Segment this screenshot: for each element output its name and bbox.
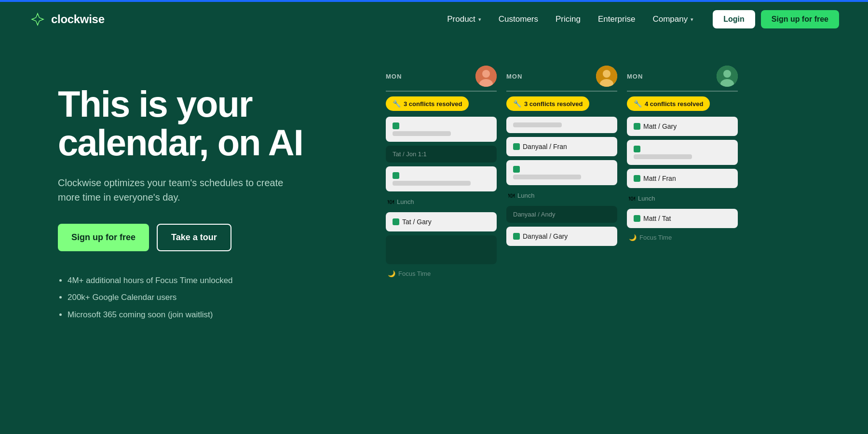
wrench-icon-1: 🔧: [393, 100, 401, 108]
event-danyaal-fran: Danyaal / Fran: [506, 137, 617, 156]
event-matt-tat: Matt / Tat: [627, 209, 738, 228]
nav-customers[interactable]: Customers: [499, 14, 538, 24]
focus-icon-1: 🌙: [388, 270, 395, 277]
event-dot-6: [513, 233, 520, 240]
event-dot-10: [634, 215, 640, 222]
event-dot-4: [513, 143, 520, 150]
hero-right: MON 🔧 3 conflicts resolved: [357, 56, 820, 279]
lunch-icon-2: 🍽: [508, 192, 515, 199]
avatar-face-1: [475, 66, 497, 87]
event-dot-8: [634, 146, 640, 152]
nav-product[interactable]: Product ▾: [447, 14, 481, 24]
event-bar-3: [506, 160, 617, 185]
avatar-face-3: [717, 66, 738, 87]
focus-icon-3: 🌙: [629, 234, 637, 241]
conflict-badge-1: 🔧 3 conflicts resolved: [386, 96, 469, 111]
lunch-row-1: 🍽 Lunch: [386, 195, 497, 208]
event-bar-1: [386, 117, 497, 142]
lunch-row-3: 🍽 Lunch: [627, 192, 738, 205]
event-danyaal-andy: Danyaal / Andy: [506, 206, 617, 223]
calendar-col-2: MON 🔧 3 conflicts resolved: [506, 66, 617, 246]
event-dot-2: [393, 172, 399, 179]
event-danyaal-gary: Danyaal / Gary: [506, 227, 617, 246]
stat-focus-time: 4M+ additional hours of Focus Time unloc…: [68, 274, 357, 287]
wrench-icon-2: 🔧: [513, 100, 521, 108]
conflict-badge-2: 🔧 3 conflicts resolved: [506, 96, 589, 111]
event-bar-only: [506, 117, 617, 133]
hero-subtitle: Clockwise optimizes your team's schedule…: [58, 176, 299, 204]
cal-header-3: MON: [627, 66, 738, 92]
event-dot-7: [634, 123, 640, 130]
event-tat-jon: Tat / Jon 1:1: [386, 146, 497, 163]
logo-icon: [29, 11, 46, 28]
navbar: clockwise Product ▾ Customers Pricing En…: [0, 2, 868, 37]
focus-row-3: 🌙 Focus Time: [627, 232, 738, 243]
svg-point-1: [482, 70, 490, 78]
cal-header-2: MON: [506, 66, 617, 92]
spacer-1: [386, 235, 497, 264]
hero-stats: 4M+ additional hours of Focus Time unloc…: [58, 274, 357, 321]
cal-day-1: MON: [386, 73, 402, 80]
signup-nav-button[interactable]: Sign up for free: [761, 10, 839, 28]
event-bar-only-line: [513, 122, 562, 127]
hero-cta: Sign up for free Take a tour: [58, 224, 357, 251]
event-bar-line-2: [393, 181, 471, 186]
hero-title: This is your calendar, on AI: [58, 85, 357, 162]
cal-day-2: MON: [506, 73, 522, 80]
svg-point-4: [603, 70, 610, 78]
signup-hero-button[interactable]: Sign up for free: [58, 224, 149, 251]
event-bar-line: [393, 131, 451, 136]
lunch-icon-3: 🍽: [629, 195, 635, 202]
conflict-badge-3: 🔧 4 conflicts resolved: [627, 96, 710, 111]
nav-links: Product ▾ Customers Pricing Enterprise C…: [447, 14, 693, 24]
hero-left: This is your calendar, on AI Clockwise o…: [58, 56, 357, 326]
nav-buttons: Login Sign up for free: [713, 10, 839, 28]
event-bar-line-4: [634, 154, 692, 159]
svg-point-7: [723, 70, 731, 78]
avatar-1: [475, 66, 497, 87]
focus-row-1: 🌙 Focus Time: [386, 268, 497, 279]
avatar-3: [717, 66, 738, 87]
nav-pricing[interactable]: Pricing: [556, 14, 581, 24]
event-tat-gary: Tat / Gary: [386, 212, 497, 231]
event-bar-2: [386, 166, 497, 191]
event-dot-3: [393, 218, 399, 225]
login-button[interactable]: Login: [713, 10, 755, 28]
hero-section: This is your calendar, on AI Clockwise o…: [0, 37, 868, 432]
calendar-col-1: MON 🔧 3 conflicts resolved: [386, 66, 497, 279]
logo[interactable]: clockwise: [29, 11, 105, 28]
logo-text: clockwise: [51, 13, 105, 26]
event-bar-line-3: [513, 175, 581, 179]
lunch-row-2: 🍽 Lunch: [506, 189, 617, 202]
cal-body-1: Tat / Jon 1:1 🍽 Lunch Tat / Gary: [386, 117, 497, 279]
stat-users: 200k+ Google Calendar users: [68, 291, 357, 304]
event-dot-5: [513, 166, 520, 173]
wrench-icon-3: 🔧: [634, 100, 642, 108]
cal-body-2: Danyaal / Fran 🍽 Lunch Danyaal / Andy: [506, 117, 617, 246]
avatar-2: [596, 66, 617, 87]
avatar-face-2: [596, 66, 617, 87]
nav-enterprise[interactable]: Enterprise: [598, 14, 635, 24]
lunch-icon-1: 🍽: [388, 198, 394, 205]
nav-company[interactable]: Company ▾: [652, 14, 693, 24]
tour-button[interactable]: Take a tour: [157, 224, 231, 251]
event-dot-9: [634, 175, 640, 182]
event-matt-fran: Matt / Fran: [627, 169, 738, 188]
cal-day-3: MON: [627, 73, 643, 80]
calendar-col-3: MON 🔧 4 conflicts resolved Matt: [627, 66, 738, 243]
event-dot: [393, 122, 399, 129]
stat-microsoft: Microsoft 365 coming soon (join waitlist…: [68, 309, 357, 321]
chevron-down-icon: ▾: [691, 16, 693, 23]
event-matt-gary: Matt / Gary: [627, 117, 738, 136]
event-bar-4: [627, 140, 738, 165]
cal-header-1: MON: [386, 66, 497, 92]
chevron-down-icon: ▾: [478, 16, 481, 23]
cal-body-3: Matt / Gary Matt / Fran 🍽: [627, 117, 738, 243]
